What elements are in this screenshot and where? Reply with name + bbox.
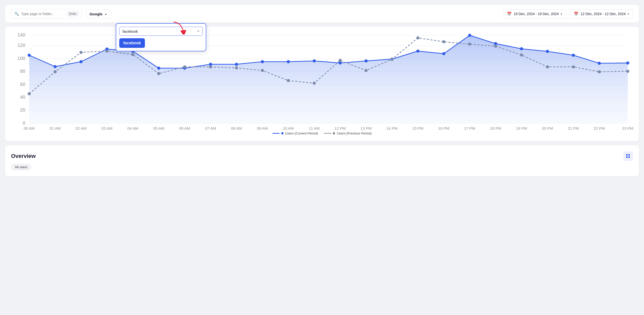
svg-point-34 (442, 52, 445, 55)
svg-text:21 PM: 21 PM (568, 126, 579, 130)
svg-point-18 (28, 54, 31, 57)
legend-line-solid (272, 133, 279, 134)
svg-text:02 AM: 02 AM (75, 126, 87, 130)
svg-point-45 (105, 50, 108, 53)
svg-point-51 (261, 69, 264, 72)
svg-point-50 (235, 66, 238, 69)
search-input[interactable] (21, 12, 65, 16)
svg-rect-90 (626, 154, 628, 156)
svg-point-65 (626, 70, 629, 73)
chevron-down-icon: ▾ (561, 12, 562, 16)
svg-text:100: 100 (18, 56, 25, 61)
clear-button[interactable]: × (197, 29, 199, 33)
svg-point-33 (416, 50, 419, 53)
svg-point-26 (235, 63, 238, 66)
svg-point-62 (546, 65, 549, 68)
top-bar: 🔍 Enter Google ▲ 📅 19 Dec, 2024 - 19 Dec… (5, 5, 639, 23)
svg-point-58 (442, 40, 445, 43)
svg-point-57 (416, 36, 419, 39)
svg-text:19 PM: 19 PM (516, 126, 527, 130)
svg-point-42 (28, 92, 31, 95)
svg-text:13 PM: 13 PM (360, 126, 372, 130)
svg-text:01 AM: 01 AM (50, 126, 61, 130)
svg-text:10 AM: 10 AM (283, 126, 294, 130)
svg-text:11 AM: 11 AM (309, 126, 320, 130)
enter-badge: Enter (67, 11, 78, 16)
svg-point-54 (339, 59, 342, 62)
svg-point-41 (626, 61, 629, 64)
svg-text:15 PM: 15 PM (412, 126, 424, 130)
svg-text:17 PM: 17 PM (464, 126, 475, 130)
svg-point-53 (313, 82, 316, 85)
date-previous-selector[interactable]: 📅 12 Dec, 2024 - 12 Dec, 2024 ▾ (570, 9, 633, 18)
source-selector[interactable]: Google ▲ (86, 10, 111, 18)
svg-point-52 (287, 79, 290, 82)
legend-dot-dashed (333, 132, 335, 134)
svg-text:22 PM: 22 PM (594, 126, 605, 130)
svg-point-59 (468, 43, 471, 46)
chart-svg: 0 20 40 60 80 100 120 140 (11, 33, 633, 128)
legend-dot-solid (281, 132, 284, 134)
svg-text:20: 20 (20, 107, 25, 113)
svg-rect-91 (628, 154, 630, 156)
svg-text:05 AM: 05 AM (153, 126, 164, 130)
dropdown-result-item[interactable]: facebook (119, 38, 145, 48)
svg-point-61 (520, 53, 523, 56)
search-icon: 🔍 (14, 12, 19, 16)
svg-point-47 (157, 72, 160, 75)
legend-line-dashed (324, 133, 331, 134)
svg-point-39 (572, 54, 575, 57)
svg-point-35 (468, 34, 471, 37)
svg-point-49 (209, 65, 212, 68)
svg-rect-93 (628, 156, 630, 158)
grid-view-button[interactable] (623, 151, 633, 161)
svg-point-38 (546, 50, 549, 53)
overview-header: Overview (11, 151, 633, 161)
svg-point-23 (157, 67, 160, 70)
calendar-icon-2: 📅 (574, 12, 579, 16)
svg-point-27 (261, 60, 264, 63)
legend-previous: Users (Previous Period) (324, 131, 372, 135)
all-users-badge: All users (11, 164, 31, 170)
date-previous-label: 12 Dec, 2024 - 12 Dec, 2024 (581, 12, 626, 16)
svg-text:06 AM: 06 AM (179, 126, 190, 130)
grid-icon (626, 154, 630, 158)
svg-point-44 (79, 51, 83, 54)
svg-text:04 AM: 04 AM (127, 126, 138, 130)
chevron-up-icon: ▲ (104, 12, 107, 15)
svg-text:03 AM: 03 AM (101, 126, 112, 130)
svg-text:23 PM: 23 PM (622, 126, 633, 130)
svg-text:00 AM: 00 AM (24, 126, 35, 130)
svg-text:60: 60 (20, 82, 25, 87)
calendar-icon: 📅 (507, 12, 512, 16)
dropdown-search-row: × (119, 27, 203, 36)
overview-card: Overview All users (5, 145, 639, 176)
chart-container: 0 20 40 60 80 100 120 140 (11, 33, 633, 128)
overview-title: Overview (11, 153, 36, 159)
svg-point-63 (572, 65, 575, 68)
search-box[interactable]: 🔍 Enter (11, 9, 82, 19)
svg-point-55 (365, 69, 368, 72)
date-current-label: 19 Dec, 2024 - 19 Dec, 2024 (514, 12, 559, 16)
svg-text:40: 40 (20, 94, 25, 100)
svg-text:16 PM: 16 PM (438, 126, 450, 130)
svg-text:14 PM: 14 PM (386, 126, 398, 130)
chart-legend: Users (Current Period) Users (Previous P… (11, 131, 633, 135)
svg-point-64 (598, 70, 601, 73)
dropdown-search-input[interactable] (123, 29, 197, 33)
svg-text:120: 120 (18, 43, 25, 48)
svg-point-60 (494, 45, 497, 48)
chevron-down-icon-2: ▾ (628, 12, 629, 16)
svg-text:18 PM: 18 PM (490, 126, 501, 130)
svg-text:07 AM: 07 AM (205, 126, 216, 130)
svg-point-19 (54, 65, 57, 68)
date-current-selector[interactable]: 📅 19 Dec, 2024 - 19 Dec, 2024 ▾ (503, 9, 566, 18)
source-dropdown: × facebook (116, 23, 206, 51)
dropdown-box: × facebook (116, 23, 206, 51)
svg-point-29 (313, 59, 316, 62)
svg-point-28 (287, 60, 290, 63)
svg-point-37 (520, 47, 523, 50)
svg-point-20 (79, 60, 83, 63)
legend-previous-label: Users (Previous Period) (337, 131, 372, 135)
svg-text:0: 0 (23, 120, 25, 126)
